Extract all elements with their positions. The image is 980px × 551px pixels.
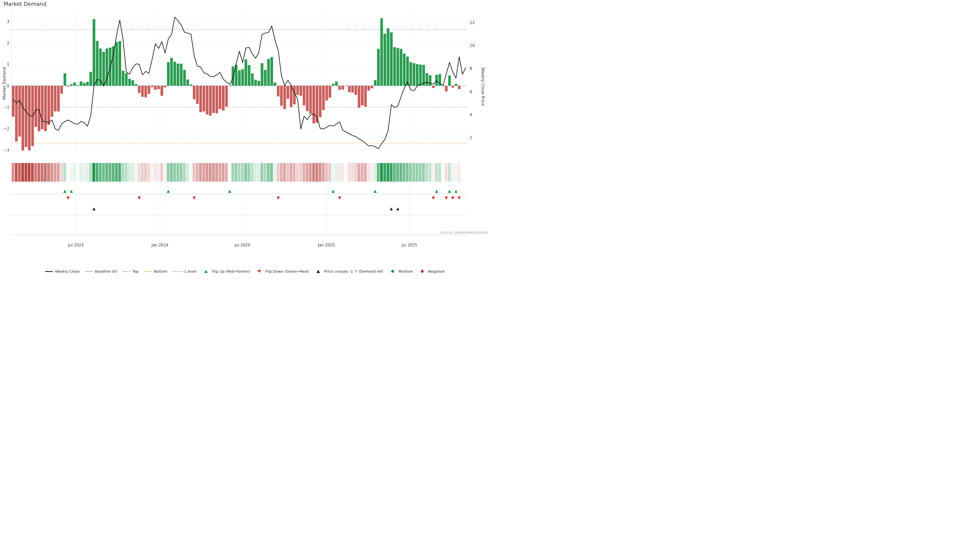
legend-item-dots-purple[interactable]: Top [123, 269, 138, 273]
heatmap-cell [428, 163, 431, 182]
legend-item-triangle-down-red[interactable]: Flip Down (Green→Red) [256, 269, 309, 273]
demand-bar [270, 57, 273, 86]
dash-blue-icon [85, 270, 93, 273]
demand-bar [296, 86, 299, 95]
demand-bar [403, 54, 406, 86]
heatmap-cell [11, 163, 14, 182]
heatmap-cell [144, 163, 147, 182]
heatmap-cell [358, 163, 360, 182]
legend-item-triangle-up-black[interactable]: Price crosses -1 ↑ (Demand ref) [314, 269, 383, 273]
dot-green-icon [389, 270, 396, 273]
heatmap-cell [338, 163, 341, 182]
heatmap-cell [192, 163, 196, 182]
heatmap-cell [189, 163, 192, 182]
price-tick-label: 12 [469, 20, 475, 25]
heatmap-cell [80, 163, 82, 182]
heatmap-cell [34, 163, 37, 182]
heatmap-cell [293, 163, 296, 182]
legend-item-dots-gray[interactable]: -1 level [173, 269, 197, 273]
heatmap-cell [370, 163, 373, 182]
heatmap-cell [60, 163, 63, 182]
demand-bar [312, 86, 315, 124]
heatmap-cell [228, 163, 231, 182]
heatmap-cell [244, 163, 247, 182]
heatmap-cell [86, 163, 89, 182]
demand-bar [445, 86, 448, 92]
triangle-up-green-icon [202, 270, 210, 273]
demand-bar [383, 34, 386, 86]
heatmap-cell [367, 163, 370, 182]
legend-item-dots-orange[interactable]: Bottom [144, 269, 167, 273]
demand-bar [245, 59, 247, 86]
heatmap-cell [312, 163, 315, 182]
demand-bar [348, 86, 351, 92]
demand-bar [342, 86, 344, 89]
flip-down-marker [458, 197, 461, 200]
dot-red-icon [418, 270, 426, 273]
heatmap-cell [319, 163, 321, 182]
demand-tick-label: 2 [1, 41, 10, 45]
demand-bar [44, 86, 47, 131]
legend-label: Flip Down (Green→Red) [265, 269, 309, 273]
heatmap-cell [445, 163, 448, 182]
demand-bar [368, 86, 370, 91]
right-axis-title: Weekly Close Price [480, 66, 485, 107]
flip-up-marker [454, 190, 458, 193]
demand-bar [109, 48, 111, 86]
heatmap-cell [361, 163, 363, 182]
demand-bar [264, 70, 266, 86]
flip-up-marker [167, 190, 170, 193]
demand-bar [35, 86, 37, 127]
heatmap-cell [105, 163, 108, 182]
heatmap-cell [92, 163, 95, 182]
demand-bar [64, 73, 66, 86]
heatmap-cell [306, 163, 309, 182]
heatmap-cell [257, 163, 260, 182]
demand-bar [128, 79, 130, 86]
heatmap-cell [199, 163, 202, 182]
demand-bar [448, 76, 451, 86]
heatmap-cell [283, 163, 286, 182]
heatmap-cell [151, 163, 153, 182]
demand-bar [258, 81, 260, 86]
demand-bar [145, 86, 147, 97]
legend-item-dot-green[interactable]: Positive [389, 269, 413, 273]
demand-bar [426, 73, 428, 86]
demand-bar [83, 83, 86, 86]
heatmap-cell [83, 163, 86, 182]
heatmap-cell [403, 163, 406, 182]
heatmap-cell [396, 163, 399, 182]
demand-heatmap-strip [11, 163, 460, 182]
x-tick-label: Jul 2023 [68, 243, 84, 248]
heatmap-cell [351, 163, 354, 182]
heatmap-cell [99, 163, 102, 182]
heatmap-cell [128, 163, 130, 182]
flip-up-marker [228, 190, 231, 193]
demand-bar [38, 86, 40, 131]
demand-tick-label: −2 [1, 126, 10, 131]
heatmap-cell [96, 163, 99, 182]
demand-bar [419, 65, 422, 86]
demand-bar [358, 86, 360, 108]
heatmap-cell [164, 163, 166, 182]
demand-bar [70, 84, 73, 86]
demand-bar [80, 81, 82, 86]
heatmap-cell [160, 163, 163, 182]
dots-orange-icon [144, 270, 152, 273]
demand-bar [148, 86, 150, 94]
heatmap-cell [393, 163, 396, 182]
heatmap-cell [345, 163, 347, 182]
flip-down-marker [138, 197, 141, 200]
legend-item-dash-blue[interactable]: Baseline (0) [85, 269, 117, 273]
demand-bar [164, 86, 166, 87]
legend-item-line-black[interactable]: Weekly Close [45, 269, 80, 273]
market-demand-chart: Market Demand Market Demand Weekly Close… [0, 0, 490, 275]
demand-bar [300, 86, 302, 96]
demand-bar [332, 84, 334, 86]
heatmap-cell [125, 163, 127, 182]
legend-item-triangle-up-green[interactable]: Flip Up (Red→Green) [202, 269, 250, 273]
demand-bar [76, 85, 79, 86]
heatmap-cell [186, 163, 189, 182]
demand-bar [167, 62, 169, 86]
legend-item-dot-red[interactable]: Negative [418, 269, 445, 273]
